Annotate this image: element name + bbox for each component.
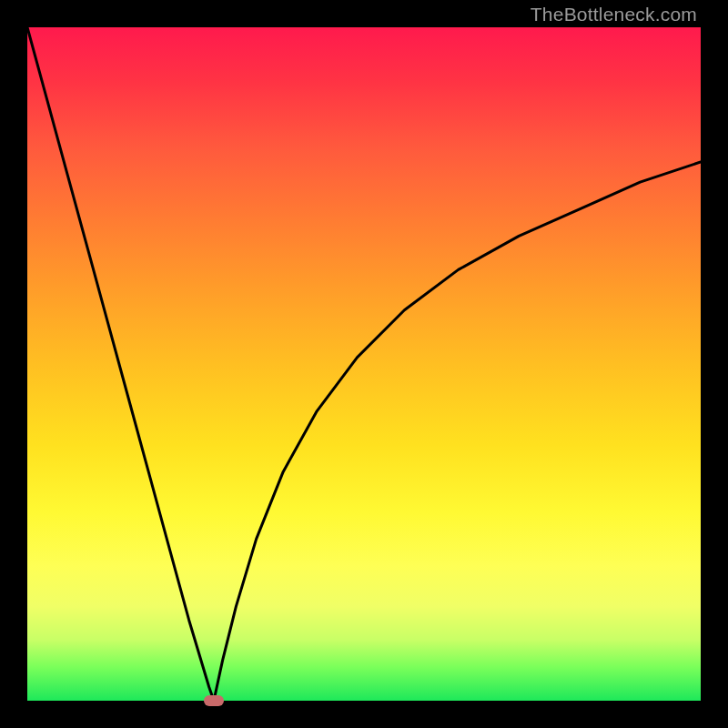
curve-left-branch (27, 27, 214, 701)
curve-svg (27, 27, 701, 701)
plot-area (27, 27, 701, 701)
vertex-marker (204, 695, 224, 706)
watermark-text: TheBottleneck.com (531, 4, 697, 25)
chart-frame: TheBottleneck.com (0, 0, 728, 728)
curve-right-branch (214, 162, 701, 701)
